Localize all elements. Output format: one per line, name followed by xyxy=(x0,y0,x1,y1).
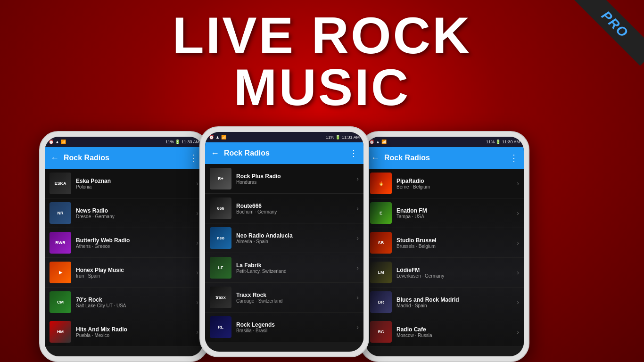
pro-badge: PRO xyxy=(569,0,644,75)
phone-screen: ⏰ ▲ 📶 11% 🔋 11:31 AM ← Rock Radios ⋮ R+ xyxy=(205,132,363,352)
phone-screen: ⏰ ▲ 📶 11% 🔋 11:30 AM ← Rock Radios ⋮ 🔥 xyxy=(365,137,524,356)
phones-container: ⏰ ▲ 📶 11% 🔋 11:33 AM ← Rock Radios ⋮ ESK… xyxy=(39,126,605,362)
radio-list: ESKA Eska Poznan Polonia › NR xyxy=(45,169,203,347)
radio-info: PipaRadio Berne · Belgium xyxy=(396,178,512,189)
radio-name: Neo Radio Andalucia xyxy=(236,232,352,239)
radio-item[interactable]: SB Studio Brussel Brussels · Belgium › xyxy=(365,228,524,258)
radio-info: Studio Brussel Brussels · Belgium xyxy=(396,237,512,249)
thumb-label: ▶ xyxy=(59,270,62,275)
chevron-right-icon: › xyxy=(356,323,359,331)
radio-thumb: HM xyxy=(50,321,71,343)
signal-icon: 📶 xyxy=(61,140,66,144)
phone-2: ⏰ ▲ 📶 11% 🔋 11:31 AM ← Rock Radios ⋮ R+ xyxy=(199,126,369,357)
radio-thumb: traxx xyxy=(210,287,231,308)
radio-location: Puebla · Mexico xyxy=(76,333,191,338)
radio-item[interactable]: NR News Radio Dresde · Germany › xyxy=(45,198,203,228)
chevron-right-icon: › xyxy=(196,298,198,306)
phone-screen: ⏰ ▲ 📶 11% 🔋 11:33 AM ← Rock Radios ⋮ ESK… xyxy=(45,137,203,356)
title-line2: MUSIC xyxy=(0,61,644,113)
radio-name: News Radio xyxy=(76,207,191,214)
app-bar[interactable]: ← Rock Radios ⋮ xyxy=(205,142,363,164)
alarm-icon: ⏰ xyxy=(369,140,374,144)
thumb-label: R+ xyxy=(218,176,223,181)
status-battery-text: 11% 🔋 11:31 AM xyxy=(326,135,360,140)
radio-item[interactable]: traxx Traxx Rock Carouge · Switzerland › xyxy=(205,283,363,313)
thumb-label: LF xyxy=(218,265,223,270)
radio-name: LödieFM xyxy=(396,267,512,273)
radio-location: Irun · Spain xyxy=(76,273,191,279)
radio-info: News Radio Dresde · Germany xyxy=(76,207,191,219)
wifi-icon: ▲ xyxy=(215,135,220,140)
thumb-label: RC xyxy=(378,329,384,334)
radio-location: Brasilia · Brasil xyxy=(236,328,352,333)
thumb-label: LM xyxy=(378,270,384,275)
radio-thumb: RL xyxy=(210,316,231,338)
radio-item[interactable]: CM 70's Rock Salt Lake City UT · USA › xyxy=(45,288,203,317)
thumb-label: 666 xyxy=(217,206,224,211)
radio-location: Tampa · USA xyxy=(396,214,512,219)
radio-info: Route666 Bochum · Germany xyxy=(236,203,352,214)
radio-item[interactable]: R+ Rock Plus Radio Honduras › xyxy=(205,164,363,194)
radio-location: Athens · Greece xyxy=(76,244,191,249)
back-button[interactable]: ← xyxy=(211,148,219,158)
more-button[interactable]: ⋮ xyxy=(349,148,358,158)
signal-icon: 📶 xyxy=(221,135,226,140)
app-bar[interactable]: ← Rock Radios ⋮ xyxy=(45,147,203,169)
chevron-right-icon: › xyxy=(196,269,198,276)
radio-item[interactable]: RC Radio Cafe Moscow · Russia › xyxy=(365,317,524,347)
radio-item[interactable]: 666 Route666 Bochum · Germany › xyxy=(205,194,363,223)
radio-info: Blues and Rock Madrid Madrid · Spain xyxy=(396,296,512,308)
more-button[interactable]: ⋮ xyxy=(510,153,518,163)
radio-item[interactable]: RL Rock Legends Brasilia · Brasil › xyxy=(205,313,363,342)
radio-item[interactable]: HM Hits And Mix Radio Puebla · Mexico › xyxy=(45,317,203,347)
phone-3: ⏰ ▲ 📶 11% 🔋 11:30 AM ← Rock Radios ⋮ 🔥 xyxy=(360,131,529,362)
chevron-right-icon: › xyxy=(356,294,359,301)
alarm-icon: ⏰ xyxy=(49,140,54,144)
radio-item[interactable]: BWR Butterfly Web Radio Athens · Greece … xyxy=(45,228,203,258)
radio-info: Honex Play Music Irun · Spain xyxy=(76,267,191,279)
app-bar-title: Rock Radios xyxy=(224,149,345,157)
app-bar-title: Rock Radios xyxy=(64,154,184,162)
radio-thumb: LF xyxy=(210,257,231,279)
thumb-label: 🔥 xyxy=(379,181,384,186)
status-bar: ⏰ ▲ 📶 11% 🔋 11:30 AM xyxy=(365,137,524,147)
status-bar: ⏰ ▲ 📶 11% 🔋 11:31 AM xyxy=(205,132,363,142)
radio-name: Rock Plus Radio xyxy=(236,173,352,180)
radio-info: Rock Legends Brasilia · Brasil xyxy=(236,321,352,333)
radio-thumb: CM xyxy=(50,291,71,313)
back-button[interactable]: ← xyxy=(371,153,380,163)
radio-item[interactable]: neo Neo Radio Andalucia Almeria · Spain … xyxy=(205,223,363,253)
radio-item[interactable]: BR Blues and Rock Madrid Madrid · Spain … xyxy=(365,288,524,317)
radio-info: LödieFM Leverkusen · Germany xyxy=(396,267,512,279)
radio-item[interactable]: LF La Fabrik Petit-Lancy, Switzerland › xyxy=(205,253,363,283)
radio-name: Route666 xyxy=(236,203,352,209)
wifi-icon: ▲ xyxy=(55,140,59,144)
radio-thumb: ▶ xyxy=(50,262,71,283)
radio-item[interactable]: ESKA Eska Poznan Polonia › xyxy=(45,169,203,198)
status-battery-text: 11% 🔋 11:33 AM xyxy=(165,140,199,144)
radio-item[interactable]: E Enation FM Tampa · USA › xyxy=(365,198,524,228)
radio-name: Honex Play Music xyxy=(76,267,191,273)
app-bar[interactable]: ← Rock Radios ⋮ xyxy=(365,147,524,169)
thumb-label: RL xyxy=(218,325,223,329)
radio-item[interactable]: ▶ Honex Play Music Irun · Spain › xyxy=(45,258,203,288)
thumb-label: HM xyxy=(57,329,64,334)
back-button[interactable]: ← xyxy=(50,153,59,163)
more-button[interactable]: ⋮ xyxy=(189,153,198,163)
phone-1: ⏰ ▲ 📶 11% 🔋 11:33 AM ← Rock Radios ⋮ ESK… xyxy=(39,131,209,362)
title-line1: LIVE ROCK xyxy=(0,9,644,61)
thumb-label: neo xyxy=(217,236,224,240)
radio-thumb: E xyxy=(370,202,392,224)
chevron-right-icon: › xyxy=(356,234,359,242)
radio-thumb: LM xyxy=(370,262,392,283)
thumb-label: CM xyxy=(57,300,64,304)
radio-item[interactable]: 🔥 PipaRadio Berne · Belgium › xyxy=(365,169,524,198)
status-battery-text: 11% 🔋 11:30 AM xyxy=(486,140,520,144)
radio-name: Radio Cafe xyxy=(396,326,512,333)
chevron-right-icon: › xyxy=(517,209,519,217)
radio-item[interactable]: LM LödieFM Leverkusen · Germany › xyxy=(365,258,524,288)
radio-info: Hits And Mix Radio Puebla · Mexico xyxy=(76,326,191,338)
radio-location: Honduras xyxy=(236,180,352,185)
status-left-icons: ⏰ ▲ 📶 xyxy=(49,140,66,144)
radio-location: Polonia xyxy=(76,184,191,189)
